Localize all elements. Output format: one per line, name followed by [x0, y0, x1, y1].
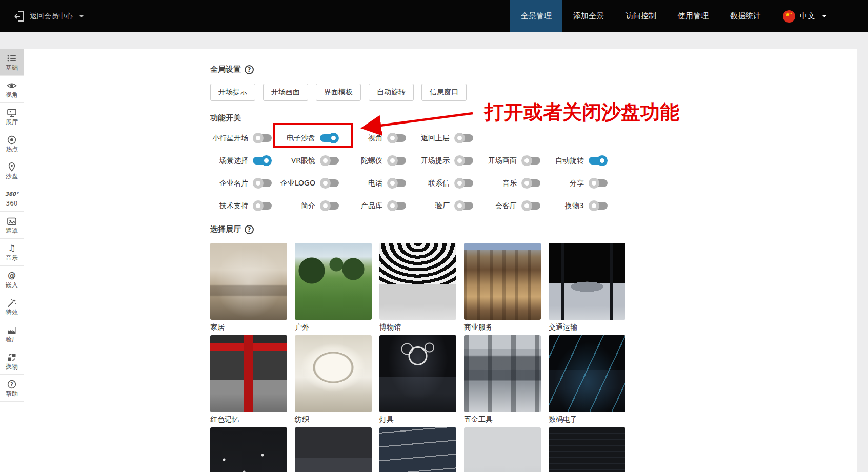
embed-icon: @: [8, 270, 16, 281]
sidebar-item-360[interactable]: 360° 360: [0, 184, 24, 212]
opening-tip-button[interactable]: 开场提示: [210, 84, 255, 101]
factory-icon: [7, 324, 17, 335]
hall-item-partial-2[interactable]: [295, 427, 372, 472]
hall-thumbnail[interactable]: [549, 427, 625, 472]
help-icon[interactable]: [245, 65, 254, 74]
toggle-reception[interactable]: [521, 200, 540, 211]
toggle-phone[interactable]: [387, 178, 406, 189]
help-icon[interactable]: [245, 225, 254, 234]
sidebar-item-factory[interactable]: 验厂: [0, 320, 24, 347]
hall-thumbnail[interactable]: [210, 243, 287, 320]
toggle-company-logo[interactable]: [320, 178, 339, 189]
hall-thumbnail[interactable]: [295, 335, 372, 412]
sidebar-item-hall[interactable]: 展厅: [0, 103, 24, 130]
toggle-business-card[interactable]: [253, 178, 272, 189]
toggle-music[interactable]: [521, 178, 540, 189]
hall-item-partial-4[interactable]: [464, 427, 541, 472]
hall-item-partial-1[interactable]: [210, 427, 287, 472]
hall-thumbnail[interactable]: [295, 427, 372, 472]
hall-thumbnail[interactable]: [549, 335, 625, 412]
hall-item-textile[interactable]: 纺织: [295, 335, 372, 427]
hall-item-red-memory[interactable]: 红色记忆: [210, 335, 287, 427]
nav-item-add-panorama[interactable]: 添加全景: [562, 0, 615, 32]
hall-thumbnail[interactable]: [464, 243, 541, 320]
hall-caption: 家居: [210, 320, 287, 335]
hall-caption: 灯具: [379, 412, 456, 427]
sidebar-item-basic[interactable]: 基础: [0, 49, 24, 76]
toggle-swap3[interactable]: [589, 200, 608, 211]
sidebar-item-hotspot[interactable]: 热点: [0, 130, 24, 157]
language-selector[interactable]: ★★ 中文: [783, 10, 827, 23]
toggle-scene-select[interactable]: [253, 155, 272, 166]
mask-icon: [7, 216, 17, 227]
toggle-viewpoint[interactable]: [387, 133, 406, 143]
hall-item-outdoor[interactable]: 户外: [295, 243, 372, 335]
info-window-button[interactable]: 信息窗口: [421, 84, 467, 101]
nav-item-statistics[interactable]: 数据统计: [719, 0, 772, 32]
toggle-row: 小行星开场 电子沙盘 视角 返回上层: [210, 132, 857, 145]
hall-item-transport[interactable]: 交通运输: [549, 243, 625, 335]
hall-item-digital[interactable]: 数码电子: [549, 335, 625, 427]
china-flag-icon: ★★: [783, 10, 795, 23]
nav-item-access-control[interactable]: 访问控制: [615, 0, 667, 32]
opening-screen-button[interactable]: 开场画面: [263, 84, 308, 101]
hall-thumbnail[interactable]: [379, 243, 456, 320]
toggle-tech-support[interactable]: [253, 200, 272, 211]
sidebar-item-embed[interactable]: @ 嵌入: [0, 266, 24, 293]
toggle-gyroscope[interactable]: [387, 155, 406, 166]
global-settings-label: 全局设置: [210, 65, 241, 74]
hall-thumbnail[interactable]: [464, 335, 541, 412]
toggle-cell: 企业LOGO: [277, 177, 345, 190]
sandbox-icon: [7, 161, 17, 172]
toggle-cell: 验厂: [412, 199, 479, 212]
hall-item-partial-5[interactable]: [549, 427, 625, 472]
sidebar-item-viewpoint[interactable]: 视角: [0, 76, 24, 103]
hall-thumbnail[interactable]: [379, 335, 456, 412]
sidebar-item-sandbox[interactable]: 沙盘: [0, 157, 24, 184]
hall-gallery: 家居 户外 博物馆 商业服务 交通运输 红色记忆 纺织 灯具 五金工具 数码电子: [210, 243, 641, 472]
hall-item-hardware[interactable]: 五金工具: [464, 335, 541, 427]
auto-rotate-button[interactable]: 自动旋转: [369, 84, 414, 101]
sidebar-item-effects[interactable]: 特效: [0, 293, 24, 320]
hall-thumbnail[interactable]: [210, 335, 287, 412]
toggle-intro[interactable]: [320, 200, 339, 211]
hall-item-lighting[interactable]: 灯具: [379, 335, 456, 427]
back-to-member-center[interactable]: 返回会员中心: [14, 11, 84, 22]
nav-item-usage-manage[interactable]: 使用管理: [667, 0, 719, 32]
hall-item-business[interactable]: 商业服务: [464, 243, 541, 335]
ui-template-button[interactable]: 界面模板: [316, 84, 361, 101]
toggle-asteroid-opening[interactable]: [253, 133, 272, 143]
nav-menu: 全景管理添加全景访问控制使用管理数据统计: [510, 0, 772, 32]
toggle-auto-rotate[interactable]: [589, 155, 608, 166]
hall-caption: 博物馆: [379, 320, 456, 335]
toggle-electronic-sandbox[interactable]: [320, 133, 339, 143]
toggle-product-library[interactable]: [387, 200, 406, 211]
hall-item-partial-3[interactable]: [379, 427, 456, 472]
sidebar-item-music[interactable]: ♫ 音乐: [0, 239, 24, 266]
toggle-share[interactable]: [589, 178, 608, 189]
toggle-row: 场景选择 VR眼镜 陀螺仪 开场提示 开场画面 自动旋转: [210, 154, 857, 167]
hall-thumbnail[interactable]: [464, 427, 541, 472]
toggle-cell: 电子沙盘: [277, 132, 345, 145]
sidebar-item-swap[interactable]: 换物: [0, 347, 24, 375]
toggle-opening-screen[interactable]: [521, 155, 540, 166]
toggle-cell: 企业名片: [210, 177, 277, 190]
hall-thumbnail[interactable]: [549, 243, 625, 320]
hall-thumbnail[interactable]: [295, 243, 372, 320]
hall-item-museum[interactable]: 博物馆: [379, 243, 456, 335]
toggle-factory-check[interactable]: [454, 200, 473, 211]
effects-icon: [7, 297, 17, 308]
sidebar-item-help[interactable]: ? 帮助: [0, 375, 24, 402]
toggle-opening-tip[interactable]: [454, 155, 473, 166]
toggle-back-to-upper[interactable]: [454, 133, 473, 143]
hall-thumbnail[interactable]: [210, 427, 287, 472]
hall-thumbnail[interactable]: [379, 427, 456, 472]
svg-text:?: ?: [10, 381, 13, 387]
hall-item-home[interactable]: 家居: [210, 243, 287, 335]
toggle-vr-glasses[interactable]: [320, 155, 339, 166]
toggle-contact[interactable]: [454, 178, 473, 189]
sidebar-item-mask[interactable]: 遮罩: [0, 212, 24, 239]
toggle-cell: 会客厅: [479, 199, 546, 212]
nav-item-panorama-manage[interactable]: 全景管理: [510, 0, 562, 32]
hall-caption: 商业服务: [464, 320, 541, 335]
